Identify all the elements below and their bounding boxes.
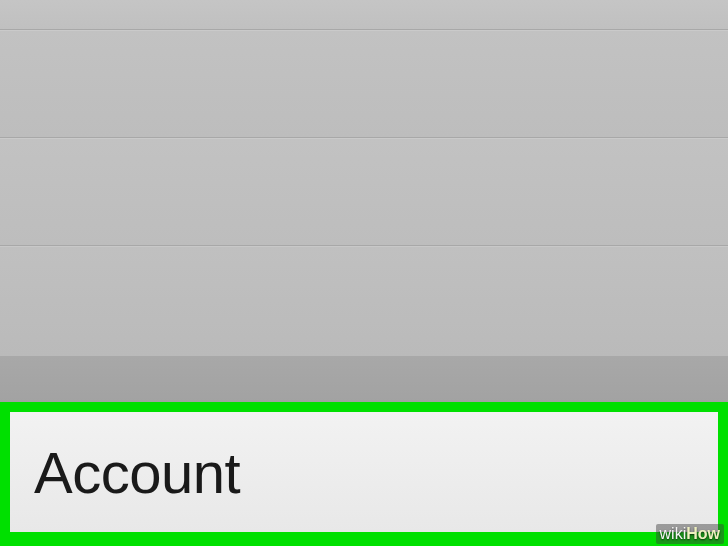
watermark-part2: How <box>686 525 720 542</box>
watermark-part1: wiki <box>660 525 687 542</box>
section-separator <box>0 356 728 404</box>
account-row[interactable]: Account <box>10 412 718 532</box>
list-row[interactable] <box>0 246 728 356</box>
list-row[interactable] <box>0 138 728 246</box>
list-row[interactable] <box>0 30 728 138</box>
watermark: wikiHow <box>656 524 724 544</box>
account-label: Account <box>34 439 240 506</box>
list-row-partial[interactable] <box>0 0 728 30</box>
highlight-box: Account <box>0 402 728 546</box>
